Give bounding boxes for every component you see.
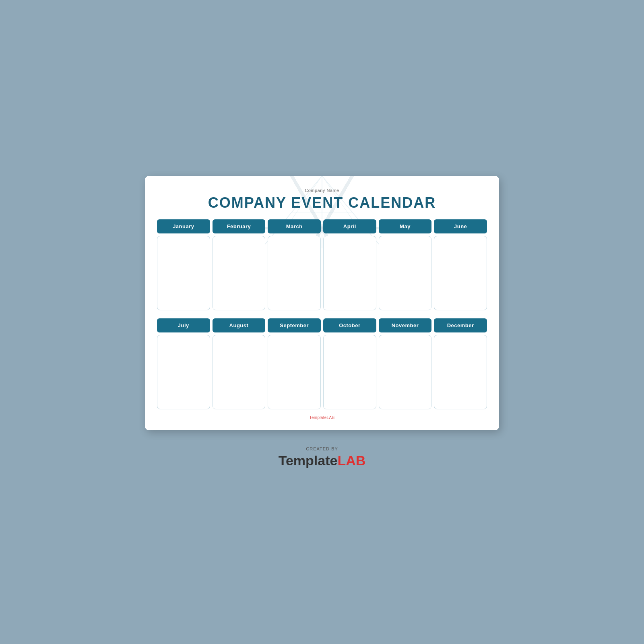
calendar-card: Company Name COMPANY EVENT CALENDAR Janu… xyxy=(145,176,499,430)
month-body-february[interactable] xyxy=(213,236,266,310)
created-by-label: CREATED BY xyxy=(279,446,366,451)
month-header-january: January xyxy=(157,219,210,233)
month-header-may: May xyxy=(379,219,432,233)
month-body-august[interactable] xyxy=(213,335,266,409)
month-body-october[interactable] xyxy=(323,335,376,409)
month-header-april: April xyxy=(323,219,376,233)
month-body-july[interactable] xyxy=(157,335,210,409)
row-gap xyxy=(157,313,487,316)
month-body-december[interactable] xyxy=(434,335,487,409)
company-name-label: Company Name xyxy=(157,188,487,193)
month-header-february: February xyxy=(213,219,266,233)
calendar-title: COMPANY EVENT CALENDAR xyxy=(157,194,487,211)
month-header-august: August xyxy=(213,318,266,332)
page-wrapper: Company Name COMPANY EVENT CALENDAR Janu… xyxy=(145,176,499,469)
brand-logo: Template LAB xyxy=(279,453,366,469)
month-body-june[interactable] xyxy=(434,236,487,310)
brand-lab-text: LAB xyxy=(337,453,365,469)
footer-brand: TemplateLAB xyxy=(157,413,487,421)
month-body-september[interactable] xyxy=(268,335,321,409)
month-header-june: June xyxy=(434,219,487,233)
calendar-header: Company Name COMPANY EVENT CALENDAR xyxy=(157,188,487,211)
bottom-branding: CREATED BY Template LAB xyxy=(279,446,366,469)
month-header-october: October xyxy=(323,318,376,332)
month-body-march[interactable] xyxy=(268,236,321,310)
brand-template-text: Template xyxy=(279,453,338,469)
month-body-april[interactable] xyxy=(323,236,376,310)
month-header-march: March xyxy=(268,219,321,233)
month-body-november[interactable] xyxy=(379,335,432,409)
month-header-july: July xyxy=(157,318,210,332)
month-header-september: September xyxy=(268,318,321,332)
month-body-january[interactable] xyxy=(157,236,210,310)
calendar-grid: January February March April May June Ju… xyxy=(157,219,487,409)
footer-brand-text: TemplateLAB xyxy=(310,415,335,420)
month-header-december: December xyxy=(434,318,487,332)
month-header-november: November xyxy=(379,318,432,332)
month-body-may[interactable] xyxy=(379,236,432,310)
